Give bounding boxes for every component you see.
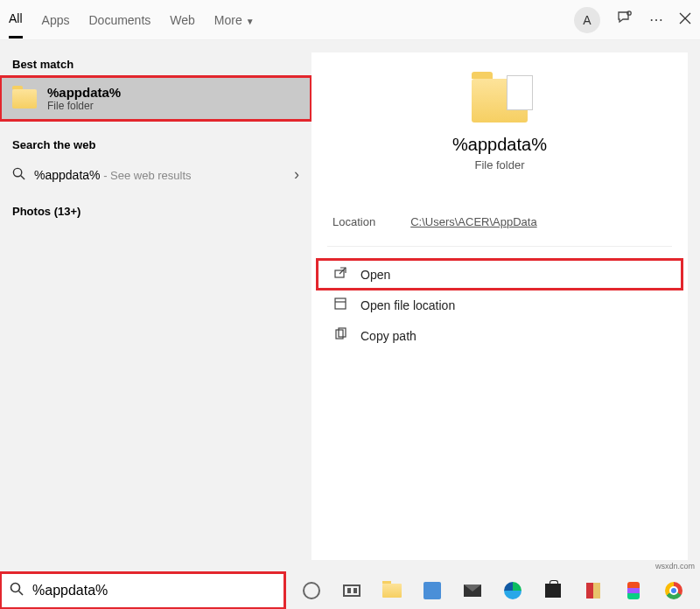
location-value[interactable]: C:\Users\ACER\AppData (410, 215, 537, 228)
chevron-right-icon: › (294, 165, 299, 184)
filter-tabs: All Apps Documents Web More▼ (9, 1, 574, 38)
web-result-term: %appdata% (34, 168, 101, 182)
location-row: Location C:\Users\ACER\AppData (312, 172, 688, 246)
search-box[interactable] (0, 572, 285, 609)
file-explorer-icon[interactable] (380, 578, 404, 603)
tab-more[interactable]: More▼ (214, 3, 255, 38)
watermark: wsxdn.com (655, 562, 695, 570)
best-match-subtitle: File folder (47, 100, 121, 112)
action-open-location-label: Open file location (360, 298, 455, 312)
action-open[interactable]: Open (317, 259, 682, 290)
svg-point-9 (11, 584, 20, 592)
best-match-label: Best match (0, 52, 312, 76)
wordpad-icon[interactable] (420, 578, 444, 603)
preview-title: %appdata% (312, 135, 688, 155)
svg-rect-6 (335, 298, 346, 309)
folder-icon (12, 89, 37, 108)
cortana-icon[interactable] (299, 578, 324, 603)
content-area: Best match %appdata% File folder Search … (0, 40, 700, 572)
chevron-down-icon: ▼ (246, 17, 255, 26)
header-actions: A ⋯ (574, 7, 691, 33)
close-icon[interactable] (679, 12, 691, 28)
search-web-label: Search the web (0, 133, 312, 157)
chrome-icon[interactable] (662, 578, 686, 603)
search-input[interactable] (32, 583, 276, 598)
task-view-icon[interactable] (340, 578, 364, 603)
more-options-icon[interactable]: ⋯ (649, 11, 663, 28)
tab-documents[interactable]: Documents (88, 3, 150, 38)
taskbar (285, 578, 700, 603)
best-match-result[interactable]: %appdata% File folder (0, 76, 312, 121)
tab-apps[interactable]: Apps (42, 3, 70, 38)
web-result[interactable]: %appdata% - See web results › (0, 157, 312, 192)
best-match-title: %appdata% (47, 85, 121, 100)
feedback-icon[interactable] (616, 10, 634, 31)
svg-line-4 (21, 175, 24, 178)
action-copy-path-label: Copy path (360, 329, 416, 343)
edge-icon[interactable] (500, 578, 525, 603)
action-list: Open Open file location Copy path (312, 259, 688, 351)
store-icon[interactable] (541, 578, 565, 603)
tab-all[interactable]: All (9, 1, 23, 38)
svg-point-3 (13, 168, 21, 176)
copy-path-icon (332, 327, 348, 344)
bottom-bar (0, 572, 700, 609)
open-icon (332, 266, 348, 283)
avatar[interactable]: A (574, 7, 600, 33)
separator (327, 246, 672, 247)
photos-label[interactable]: Photos (13+) (0, 200, 312, 223)
figma-icon[interactable] (621, 578, 646, 603)
preview-subtitle: File folder (312, 158, 688, 172)
mail-icon[interactable] (460, 578, 485, 603)
search-icon (10, 582, 24, 599)
location-label: Location (332, 215, 375, 228)
svg-line-10 (19, 592, 24, 596)
folder-large-icon (472, 79, 528, 122)
web-result-hint: - See web results (101, 169, 192, 182)
open-location-icon (332, 297, 348, 313)
power-settings-icon[interactable] (581, 578, 606, 603)
preview-panel: %appdata% File folder Location C:\Users\… (312, 52, 688, 560)
search-header: All Apps Documents Web More▼ A ⋯ (0, 0, 700, 40)
action-open-label: Open (360, 268, 390, 282)
tab-web[interactable]: Web (170, 3, 195, 38)
preview-header: %appdata% File folder (312, 52, 688, 172)
results-panel: Best match %appdata% File folder Search … (0, 40, 312, 572)
search-icon (12, 167, 25, 183)
action-copy-path[interactable]: Copy path (317, 320, 682, 351)
action-open-location[interactable]: Open file location (317, 290, 682, 320)
